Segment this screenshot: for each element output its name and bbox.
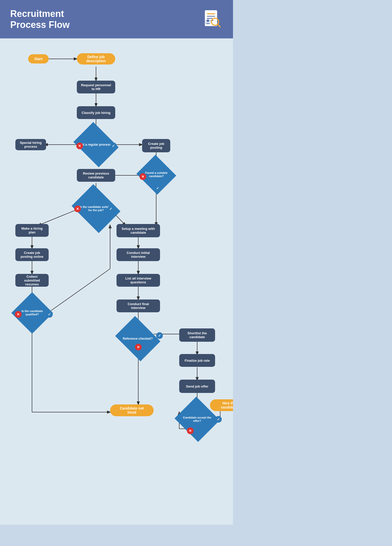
create-online-node: Create job posting online	[15, 248, 49, 261]
svg-point-6	[207, 19, 209, 22]
final-interview-node: Conduct final interview	[116, 299, 160, 312]
svg-rect-1	[207, 13, 215, 14]
page-title: Recruitment Process Flow	[10, 8, 70, 30]
create-posting-node: Create job posting	[142, 139, 170, 152]
is-regular-no-icon: ✕	[76, 143, 83, 149]
make-hiring-plan-node: Make a hiring plan	[15, 224, 49, 237]
reference-yes-icon: ✓	[156, 332, 163, 339]
list-questions-node: List all interview questions	[116, 274, 160, 287]
reference-no-icon: ✕	[135, 344, 142, 350]
flowchart-area: Start Define job description Request per…	[0, 38, 233, 525]
svg-line-18	[38, 209, 79, 225]
is-regular-yes-icon: ✓	[110, 143, 117, 149]
is-qualified-yes-icon: ✓	[46, 311, 53, 318]
found-suitable-no-icon: ✕	[140, 173, 146, 180]
finalize-rate-node: Finalize job rate	[179, 354, 215, 367]
initial-interview-node: Conduct initial interview	[116, 248, 160, 261]
define-job-node: Define job description	[77, 53, 115, 65]
candidate-accept-no-icon: ✕	[187, 427, 194, 434]
request-personnel-node: Request personnel to HR	[77, 81, 115, 93]
special-hiring-node: Special hiring process	[15, 139, 46, 150]
candidate-accept-yes-icon: ✓	[215, 416, 222, 423]
is-qualified-no-icon: ✕	[15, 311, 22, 318]
header-icon	[200, 8, 223, 31]
candidate-not-hired-node: Candidate not hired	[110, 404, 154, 416]
svg-rect-2	[207, 16, 215, 17]
send-offer-node: Send job offer	[179, 380, 215, 393]
review-previous-node: Review previous candidate	[77, 169, 115, 182]
hire-candidate-node: Hire the candidate	[210, 399, 233, 411]
setup-meeting-node: Setup a meeting with candidate	[116, 224, 160, 237]
start-node: Start	[28, 54, 49, 63]
svg-rect-3	[207, 18, 213, 19]
is-suitable-no-icon: ✕	[74, 206, 81, 212]
shortlist-node: Shortlist the candidate	[179, 328, 215, 342]
is-suitable-yes-icon: ✓	[108, 206, 114, 212]
header: Recruitment Process Flow	[0, 0, 233, 38]
svg-line-8	[218, 24, 220, 27]
collect-resumes-node: Collect submitted resumes	[15, 274, 49, 287]
classify-job-node: Classify job hiring	[77, 106, 115, 119]
svg-line-22	[49, 269, 110, 312]
found-suitable-yes-icon: ✓	[154, 185, 161, 191]
reference-checked-node: Reference checked?	[115, 316, 161, 361]
